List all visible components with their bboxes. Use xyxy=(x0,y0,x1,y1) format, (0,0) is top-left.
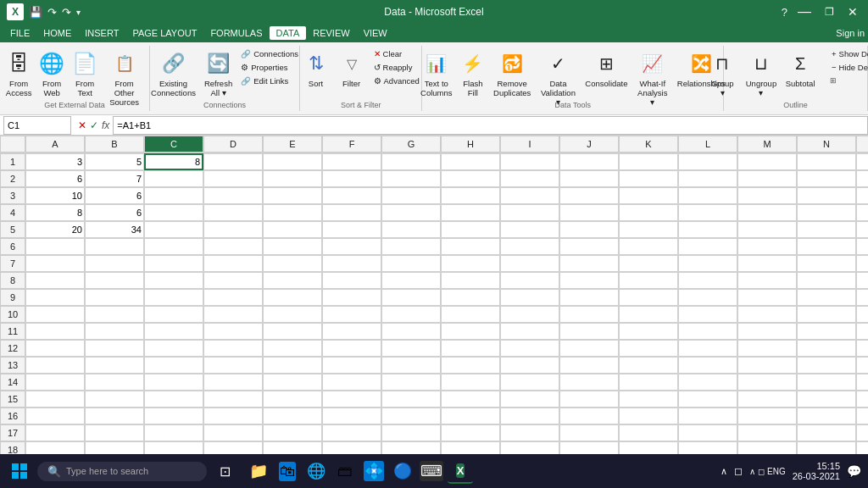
cell-f11[interactable] xyxy=(322,323,381,340)
filter-button[interactable]: ▽ Filter xyxy=(335,47,369,91)
cell-e12[interactable] xyxy=(263,340,322,357)
cell-k10[interactable] xyxy=(619,306,678,323)
cell-n6[interactable] xyxy=(797,238,856,255)
cell-b15[interactable] xyxy=(85,391,144,408)
cell-c15[interactable] xyxy=(144,391,203,408)
cell-g18[interactable] xyxy=(381,441,441,454)
cell-i15[interactable] xyxy=(500,391,559,408)
cell-f15[interactable] xyxy=(322,391,381,408)
col-header-j[interactable]: J xyxy=(559,136,619,152)
cell-a14[interactable] xyxy=(25,374,85,391)
cell-l15[interactable] xyxy=(678,391,737,408)
cell-l13[interactable] xyxy=(678,357,737,374)
cell-c13[interactable] xyxy=(144,357,203,374)
cell-i5[interactable] xyxy=(500,221,559,238)
from-web-button[interactable]: 🌐 FromWeb xyxy=(36,47,68,100)
cell-b10[interactable] xyxy=(85,306,144,323)
cell-c6[interactable] xyxy=(144,238,203,255)
col-header-n[interactable]: N xyxy=(797,136,856,152)
cell-n17[interactable] xyxy=(797,424,856,441)
cell-i9[interactable] xyxy=(500,289,559,306)
cell-m13[interactable] xyxy=(737,357,797,374)
cell-c12[interactable] xyxy=(144,340,203,357)
network-icon[interactable]: ◻ xyxy=(734,465,743,477)
cell-f3[interactable] xyxy=(322,187,381,204)
undo-icon[interactable]: ↶ xyxy=(47,6,57,19)
cell-k6[interactable] xyxy=(619,238,678,255)
cell-d14[interactable] xyxy=(203,374,263,391)
cell-c16[interactable] xyxy=(144,408,203,424)
col-header-f[interactable]: F xyxy=(322,136,381,152)
cell-k15[interactable] xyxy=(619,391,678,408)
cell-o5[interactable] xyxy=(856,221,868,238)
col-header-b[interactable]: B xyxy=(85,136,144,152)
cell-l16[interactable] xyxy=(678,408,737,424)
cell-a16[interactable] xyxy=(25,408,85,424)
row-header-1[interactable]: 1 xyxy=(0,153,25,170)
cell-o3[interactable] xyxy=(856,187,868,204)
cell-f2[interactable] xyxy=(322,170,381,187)
cell-k2[interactable] xyxy=(619,170,678,187)
taskbar-terminal-icon[interactable]: ⌨ xyxy=(419,458,444,484)
cell-c10[interactable] xyxy=(144,306,203,323)
cell-b14[interactable] xyxy=(85,374,144,391)
cell-e15[interactable] xyxy=(263,391,322,408)
menu-view[interactable]: VIEW xyxy=(357,26,394,40)
cell-c7[interactable] xyxy=(144,255,203,272)
existing-connections-button[interactable]: 🔗 ExistingConnections xyxy=(147,47,199,100)
cell-l4[interactable] xyxy=(678,204,737,221)
outline-expand-icon[interactable]: ⊞ xyxy=(830,76,837,85)
cell-k14[interactable] xyxy=(619,374,678,391)
cell-g9[interactable] xyxy=(381,289,441,306)
cell-i18[interactable] xyxy=(500,441,559,454)
cell-m9[interactable] xyxy=(737,289,797,306)
cell-g16[interactable] xyxy=(381,408,441,424)
cell-a1[interactable]: 3 xyxy=(25,153,85,170)
cell-a8[interactable] xyxy=(25,272,85,289)
group-button[interactable]: ⊓ Group ▾ xyxy=(706,47,739,100)
reapply-button[interactable]: ↺ Reapply xyxy=(370,61,423,74)
cell-e10[interactable] xyxy=(263,306,322,323)
cell-e8[interactable] xyxy=(263,272,322,289)
taskbar-files-icon[interactable]: 📁 xyxy=(246,458,271,484)
cell-h1[interactable] xyxy=(441,153,500,170)
show-detail-button[interactable]: + Show Detail xyxy=(828,47,868,60)
cell-n16[interactable] xyxy=(797,408,856,424)
cell-b3[interactable]: 6 xyxy=(85,187,144,204)
remove-duplicates-button[interactable]: 🔂 RemoveDuplicates xyxy=(491,47,533,100)
cell-i8[interactable] xyxy=(500,272,559,289)
cell-h10[interactable] xyxy=(441,306,500,323)
cell-m18[interactable] xyxy=(737,441,797,454)
cell-j18[interactable] xyxy=(559,441,619,454)
cell-a5[interactable]: 20 xyxy=(25,221,85,238)
row-header-15[interactable]: 15 xyxy=(0,391,25,408)
taskbar-photos-icon[interactable]: 🗃 xyxy=(332,458,358,484)
col-header-e[interactable]: E xyxy=(263,136,322,152)
menu-home[interactable]: HOME xyxy=(36,26,78,40)
cell-c2[interactable] xyxy=(144,170,203,187)
cell-a11[interactable] xyxy=(25,323,85,340)
cell-h9[interactable] xyxy=(441,289,500,306)
cell-c11[interactable] xyxy=(144,323,203,340)
cell-d2[interactable] xyxy=(203,170,263,187)
cell-d7[interactable] xyxy=(203,255,263,272)
task-view-icon[interactable]: ⊡ xyxy=(212,458,237,484)
cell-o9[interactable] xyxy=(856,289,868,306)
row-header-14[interactable]: 14 xyxy=(0,374,25,391)
cell-o8[interactable] xyxy=(856,272,868,289)
cell-b7[interactable] xyxy=(85,255,144,272)
from-access-button[interactable]: 🗄 FromAccess xyxy=(3,47,35,100)
cell-o10[interactable] xyxy=(856,306,868,323)
cell-j5[interactable] xyxy=(559,221,619,238)
cell-b16[interactable] xyxy=(85,408,144,424)
cell-g10[interactable] xyxy=(381,306,441,323)
cell-h8[interactable] xyxy=(441,272,500,289)
clear-button[interactable]: ✕ Clear xyxy=(370,47,423,60)
cell-j14[interactable] xyxy=(559,374,619,391)
cell-l3[interactable] xyxy=(678,187,737,204)
col-header-a[interactable]: A xyxy=(25,136,85,152)
col-header-m[interactable]: M xyxy=(737,136,797,152)
cell-l12[interactable] xyxy=(678,340,737,357)
cell-b2[interactable]: 7 xyxy=(85,170,144,187)
cell-n4[interactable] xyxy=(797,204,856,221)
